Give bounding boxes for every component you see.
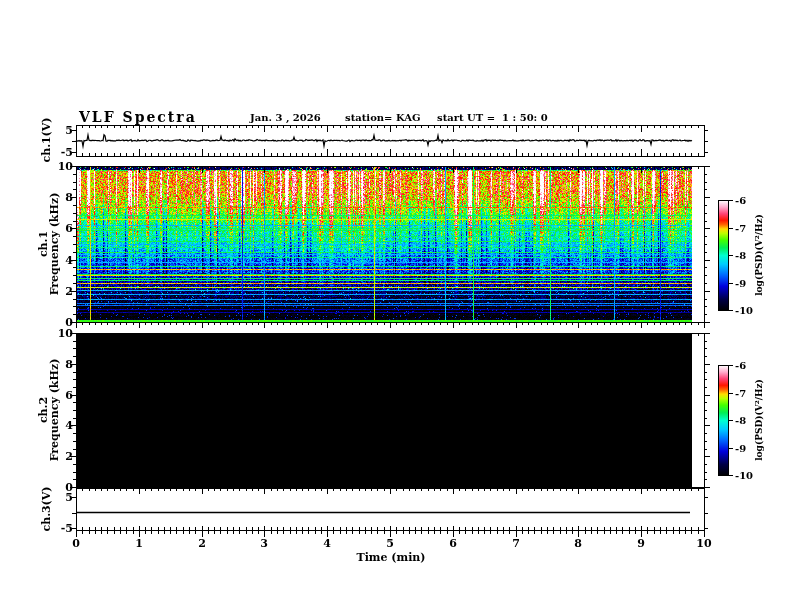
time-tick-label: 8: [574, 537, 582, 550]
colorbar2-tick-label: -10: [735, 470, 753, 481]
colorbar1-tick-label: -9: [735, 278, 746, 289]
ch2-freq-tick-label: 4: [65, 419, 73, 432]
colorbar2-tick-label: -8: [735, 415, 746, 426]
ch2-freq-tick-label: 6: [65, 389, 73, 402]
time-tick-label: 6: [449, 537, 457, 550]
colorbar2-tick-label: -6: [735, 360, 746, 371]
vlf-spectra-figure: VLF Spectra Jan. 3 , 2026 station= KAG s…: [0, 0, 792, 612]
time-tick-label: 2: [198, 537, 206, 550]
colorbar1-tick-label: -6: [735, 195, 746, 206]
colorbar1-tick-label: -8: [735, 250, 746, 261]
colorbar2-axis-label: log(PSD)(V²/Hz): [754, 379, 765, 461]
time-tick-label: 3: [260, 537, 268, 550]
ch1-freq-axis-label: ch.1 Frequency (kHz): [38, 193, 60, 296]
ch2-freq-tick-label: 10: [58, 327, 73, 340]
time-tick-label: 0: [72, 537, 80, 550]
time-tick-label: 4: [323, 537, 331, 550]
ch1-freq-axis-label-line2: Frequency (kHz): [49, 193, 60, 296]
ch3-volt-axis-label: ch.3(V): [41, 486, 52, 531]
ch3-volt-tick-label: 5: [65, 491, 73, 504]
time-tick-label: 5: [386, 537, 394, 550]
ch1-freq-tick-label: 4: [65, 254, 73, 267]
time-axis-label: Time (min): [356, 551, 425, 564]
ch1-volt-tick-label: -5: [61, 146, 73, 159]
colorbar1-axis-label: log(PSD)(V²/Hz): [754, 214, 765, 296]
ch2-freq-axis-label-line2: Frequency (kHz): [49, 359, 60, 462]
time-tick-label: 1: [135, 537, 143, 550]
plot-canvas: [0, 0, 792, 612]
ch2-freq-tick-label: 2: [65, 450, 73, 463]
ch1-volt-axis-label: ch.1(V): [41, 117, 52, 162]
ch2-freq-tick-label: 8: [65, 358, 73, 371]
time-tick-label: 10: [696, 537, 711, 550]
ch2-freq-axis-label: ch.2 Frequency (kHz): [38, 359, 60, 462]
time-tick-label: 7: [512, 537, 520, 550]
colorbar2-tick-label: -7: [735, 388, 746, 399]
ch1-volt-tick-label: 5: [65, 124, 73, 137]
figure-date: Jan. 3 , 2026: [250, 112, 321, 123]
colorbar1-tick-label: -10: [735, 305, 753, 316]
start-ut-label: start UT = 1 : 50: 0: [437, 112, 548, 123]
time-tick-label: 9: [637, 537, 645, 550]
ch1-freq-tick-label: 2: [65, 285, 73, 298]
colorbar1-tick-label: -7: [735, 223, 746, 234]
ch1-freq-tick-label: 8: [65, 191, 73, 204]
colorbar2-tick-label: -9: [735, 443, 746, 454]
station-label: station= KAG: [345, 112, 421, 123]
ch1-freq-tick-label: 6: [65, 222, 73, 235]
figure-title: VLF Spectra: [79, 109, 197, 125]
ch3-volt-tick-label: -5: [61, 522, 73, 535]
ch1-freq-tick-label: 10: [58, 160, 73, 173]
